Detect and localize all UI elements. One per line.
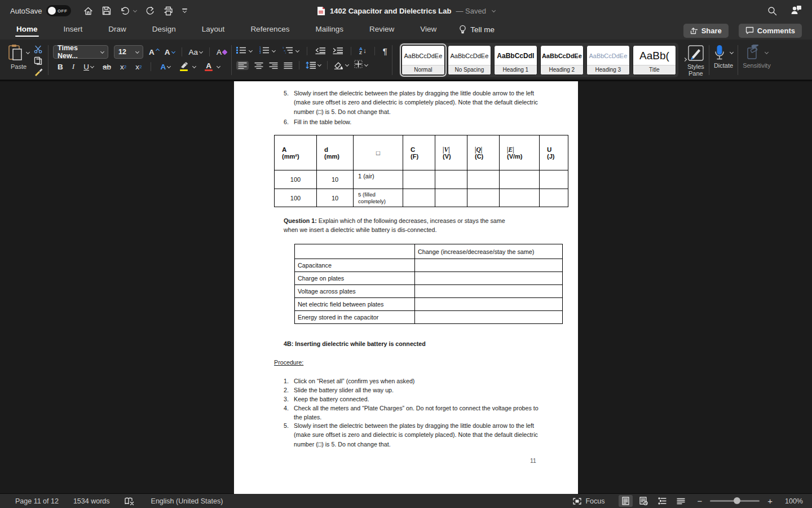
tab-insert[interactable]: Insert (64, 25, 83, 37)
bullet-list-chevron-icon[interactable] (249, 48, 253, 52)
justify-button[interactable] (284, 62, 293, 69)
tab-references[interactable]: References (250, 25, 289, 37)
borders-chevron-icon[interactable] (364, 63, 368, 67)
change-case-button[interactable]: Aa (189, 48, 203, 56)
style-heading3[interactable]: AaBbCcDdEe Heading 3 (586, 45, 630, 75)
tab-draw[interactable]: Draw (108, 25, 126, 37)
tell-me-button[interactable]: Tell me (459, 25, 495, 37)
numbered-list-button[interactable]: 123 (259, 46, 269, 56)
multilevel-list-button[interactable]: 1ai (283, 46, 293, 56)
web-layout-view-button[interactable] (636, 495, 651, 507)
zoom-slider-knob[interactable] (734, 497, 740, 504)
clear-formatting-button[interactable]: A (217, 48, 227, 56)
search-icon[interactable] (767, 6, 777, 16)
align-center-button[interactable] (254, 62, 263, 69)
highlight-chevron-icon[interactable] (192, 64, 196, 68)
line-spacing-button[interactable] (306, 62, 316, 69)
style-heading1[interactable]: AaBbCcDdI Heading 1 (494, 45, 537, 75)
multilevel-list-chevron-icon[interactable] (295, 48, 299, 52)
proofing-status-icon[interactable] (125, 497, 134, 505)
question1-table[interactable]: Change (increase/decrease/stay the same)… (294, 244, 563, 324)
customize-toolbar-chevron-icon[interactable] (182, 8, 187, 13)
zoom-level[interactable]: 100% (782, 497, 803, 505)
language-status[interactable]: English (United States) (151, 497, 223, 505)
print-layout-view-button[interactable] (619, 495, 633, 507)
tab-home[interactable]: Home (16, 25, 38, 37)
shrink-font-button[interactable]: A (165, 48, 175, 56)
title-menu-chevron-icon[interactable] (492, 8, 496, 12)
autosave-label: AutoSave (10, 7, 42, 15)
paste-button[interactable]: Paste (8, 42, 29, 78)
save-icon[interactable] (102, 6, 111, 15)
bullet-list-button[interactable] (236, 46, 246, 56)
increase-indent-button[interactable] (333, 47, 343, 54)
zoom-slider[interactable] (710, 500, 760, 502)
text-effects-button[interactable]: A (160, 63, 170, 71)
undo-button[interactable] (120, 6, 136, 15)
decrease-indent-button[interactable] (315, 47, 325, 54)
clipboard-group: Paste (8, 42, 43, 78)
tab-design[interactable]: Design (152, 25, 176, 37)
share-button[interactable]: Share (683, 24, 729, 38)
highlight-button[interactable] (179, 62, 188, 71)
italic-button[interactable]: I (72, 62, 75, 71)
style-normal[interactable]: AaBbCcDdEe Normal (401, 45, 445, 75)
zoom-out-button[interactable]: − (696, 496, 703, 506)
copy-icon[interactable] (34, 56, 43, 65)
superscript-button[interactable]: x2 (135, 63, 142, 71)
comments-button[interactable]: Comments (739, 24, 802, 38)
autosave-toggle[interactable]: OFF (46, 5, 71, 16)
page-info[interactable]: Page 11 of 12 (15, 497, 59, 505)
shading-chevron-icon[interactable] (345, 63, 349, 67)
show-paragraph-marks-button[interactable]: ¶ (383, 46, 387, 56)
tab-layout[interactable]: Layout (202, 25, 225, 37)
font-color-chevron-icon[interactable] (217, 64, 220, 68)
home-icon[interactable] (83, 6, 93, 16)
numbered-list-chevron-icon[interactable] (272, 48, 276, 52)
tab-view[interactable]: View (420, 25, 436, 37)
undo-menu-chevron-icon[interactable] (133, 8, 137, 12)
styles-pane-button[interactable]: StylesPane (687, 42, 704, 78)
line-spacing-chevron-icon[interactable] (317, 63, 321, 67)
font-name-select[interactable]: Times New... (53, 45, 108, 59)
style-no-spacing[interactable]: AaBbCcDdEe No Spacing (448, 45, 491, 75)
outline-view-button[interactable] (655, 496, 670, 506)
format-painter-icon[interactable] (34, 68, 43, 76)
dictate-chevron-icon[interactable] (730, 50, 734, 54)
print-icon[interactable] (164, 6, 173, 16)
paste-menu-chevron-icon[interactable] (26, 50, 30, 54)
align-left-button[interactable] (236, 61, 249, 70)
align-right-button[interactable] (269, 62, 278, 69)
style-title[interactable]: AaBb( Title (633, 45, 676, 75)
styles-gallery-more-button[interactable] (681, 42, 687, 78)
sort-button[interactable]: AZ ↓ (359, 47, 367, 55)
sensitivity-button[interactable]: Sensitivity (743, 42, 771, 78)
word-count[interactable]: 1534 words (73, 497, 110, 505)
word-window: AutoSave OFF (0, 0, 812, 508)
tab-review[interactable]: Review (369, 25, 394, 37)
document-area[interactable]: 5. Slowly insert the dielectric between … (0, 81, 812, 493)
grow-font-button[interactable]: A (149, 48, 159, 56)
shading-button[interactable] (334, 62, 343, 69)
dictate-button[interactable]: Dictate (714, 42, 733, 78)
redo-button[interactable] (145, 6, 155, 15)
capacitor-data-table[interactable]: A(mm²) d(mm) □ C(F) |V|(V) |Q|(C) |E|(V/… (274, 135, 568, 207)
zoom-in-button[interactable]: + (766, 496, 774, 506)
focus-icon (573, 498, 581, 505)
font-color-button[interactable]: A (205, 63, 213, 71)
share-presence-icon[interactable] (791, 5, 802, 17)
focus-button[interactable]: Focus (573, 497, 604, 505)
bold-button[interactable]: B (58, 63, 63, 71)
style-heading2[interactable]: AaBbCcDdEe Heading 2 (540, 45, 584, 75)
style-preview: AaBbCcDdEe (402, 46, 444, 65)
underline-button[interactable]: U (83, 63, 94, 71)
strikethrough-button[interactable]: ab (103, 63, 111, 71)
save-status: — Saved (456, 7, 486, 15)
document-page[interactable]: 5. Slowly insert the dielectric between … (234, 81, 578, 494)
font-size-select[interactable]: 12 (114, 45, 143, 59)
cut-icon[interactable] (34, 45, 43, 54)
tab-mailings[interactable]: Mailings (315, 25, 343, 37)
subscript-button[interactable]: x2 (120, 63, 126, 71)
borders-button[interactable] (354, 60, 363, 71)
draft-view-button[interactable] (673, 496, 689, 506)
